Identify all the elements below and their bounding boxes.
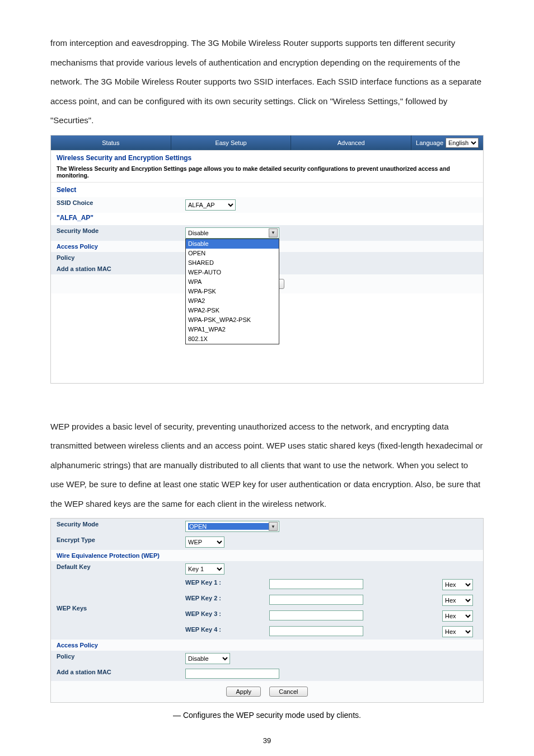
language-select[interactable]: English bbox=[446, 138, 479, 148]
option-8021x[interactable]: 802.1X bbox=[186, 334, 279, 344]
tab-advanced[interactable]: Advanced bbox=[291, 136, 411, 150]
security-panel-1: Status Easy Setup Advanced Language Engl… bbox=[50, 135, 484, 384]
encrypt-type-label: Encrypt Type bbox=[51, 534, 180, 550]
wep-key-1-input[interactable] bbox=[269, 579, 363, 589]
security-mode-dropdown[interactable]: Disable ▼ Disable OPEN SHARED WEP-AUTO W… bbox=[185, 227, 279, 239]
chevron-down-icon: ▼ bbox=[269, 522, 278, 531]
tab-status[interactable]: Status bbox=[51, 136, 171, 150]
add-station-mac-label-2: Add a station MAC bbox=[51, 666, 180, 681]
wep-key-4-type[interactable]: Hex bbox=[442, 626, 473, 637]
option-wpa[interactable]: WPA bbox=[186, 277, 279, 287]
option-wpa-psk-wpa2-psk[interactable]: WPA-PSK_WPA2-PSK bbox=[186, 315, 279, 325]
security-panel-2: Security Mode OPEN ▼ Encrypt Type WEP Wi… bbox=[50, 518, 484, 703]
cancel-button[interactable]: Cancel bbox=[269, 687, 307, 697]
language-switcher: Language English bbox=[411, 138, 483, 148]
policy-label: Policy bbox=[51, 252, 180, 263]
wep-key-1-type[interactable]: Hex bbox=[442, 579, 473, 590]
security-mode-value-2: OPEN bbox=[188, 523, 269, 530]
policy-label-2: Policy bbox=[51, 651, 180, 666]
option-wep-auto[interactable]: WEP-AUTO bbox=[186, 268, 279, 277]
wep-keys-label: WEP Keys bbox=[51, 577, 180, 640]
figure-caption: — Configures the WEP security mode used … bbox=[50, 711, 484, 720]
option-wpa-psk[interactable]: WPA-PSK bbox=[186, 287, 279, 296]
encrypt-type-select[interactable]: WEP bbox=[185, 536, 224, 548]
option-wpa2-psk[interactable]: WPA2-PSK bbox=[186, 306, 279, 315]
access-policy-label: Access Policy bbox=[51, 241, 180, 252]
policy-select[interactable]: Disable bbox=[185, 653, 230, 664]
option-open[interactable]: OPEN bbox=[186, 249, 279, 258]
tab-bar: Status Easy Setup Advanced Language Engl… bbox=[51, 136, 483, 150]
paragraph-1: from interception and eavesdropping. The… bbox=[50, 34, 484, 130]
access-policy-label-2: Access Policy bbox=[51, 640, 483, 651]
wep-key-3-input[interactable] bbox=[269, 610, 363, 620]
paragraph-2: WEP provides a basic level of security, … bbox=[50, 417, 484, 514]
wep-key-4-input[interactable] bbox=[269, 626, 363, 636]
option-disable[interactable]: Disable bbox=[186, 239, 279, 249]
option-wpa2[interactable]: WPA2 bbox=[186, 296, 279, 306]
wep-key-2-input[interactable] bbox=[269, 595, 363, 605]
ssid-choice-select[interactable]: ALFA_AP bbox=[185, 199, 236, 211]
ssid-name: "ALFA_AP" bbox=[51, 213, 483, 225]
security-mode-value: Disable bbox=[188, 230, 209, 236]
wep-key-1-label: WEP Key 1 : bbox=[180, 577, 264, 592]
ssid-choice-label: SSID Choice bbox=[51, 197, 180, 213]
wep-key-3-label: WEP Key 3 : bbox=[180, 608, 264, 624]
section-title: Wireless Security and Encryption Setting… bbox=[51, 150, 483, 165]
option-wpa1-wpa2[interactable]: WPA1_WPA2 bbox=[186, 325, 279, 334]
default-key-select[interactable]: Key 1 bbox=[185, 563, 224, 575]
wep-key-2-type[interactable]: Hex bbox=[442, 595, 473, 606]
language-label: Language bbox=[416, 139, 443, 146]
section-note: The Wireless Security and Encryption Set… bbox=[51, 165, 483, 182]
security-mode-select-2[interactable]: OPEN ▼ bbox=[185, 521, 279, 532]
wep-section-title: Wire Equivalence Protection (WEP) bbox=[51, 550, 483, 561]
wep-key-3-type[interactable]: Hex bbox=[442, 610, 473, 622]
page-number: 39 bbox=[50, 736, 484, 745]
default-key-label: Default Key bbox=[51, 561, 180, 577]
security-mode-options: Disable OPEN SHARED WEP-AUTO WPA WPA-PSK… bbox=[185, 239, 279, 344]
option-shared[interactable]: SHARED bbox=[186, 258, 279, 268]
apply-button-2[interactable]: Apply bbox=[226, 687, 261, 697]
wep-key-2-label: WEP Key 2 : bbox=[180, 592, 264, 608]
add-station-mac-input[interactable] bbox=[185, 669, 279, 679]
select-header: Select bbox=[51, 182, 483, 197]
tab-easy-setup[interactable]: Easy Setup bbox=[171, 136, 292, 150]
wep-key-4-label: WEP Key 4 : bbox=[180, 624, 264, 640]
chevron-down-icon: ▼ bbox=[269, 228, 278, 237]
security-mode-label-2: Security Mode bbox=[51, 519, 180, 534]
add-station-mac-label: Add a station MAC bbox=[51, 263, 180, 274]
security-mode-label: Security Mode bbox=[51, 225, 180, 241]
